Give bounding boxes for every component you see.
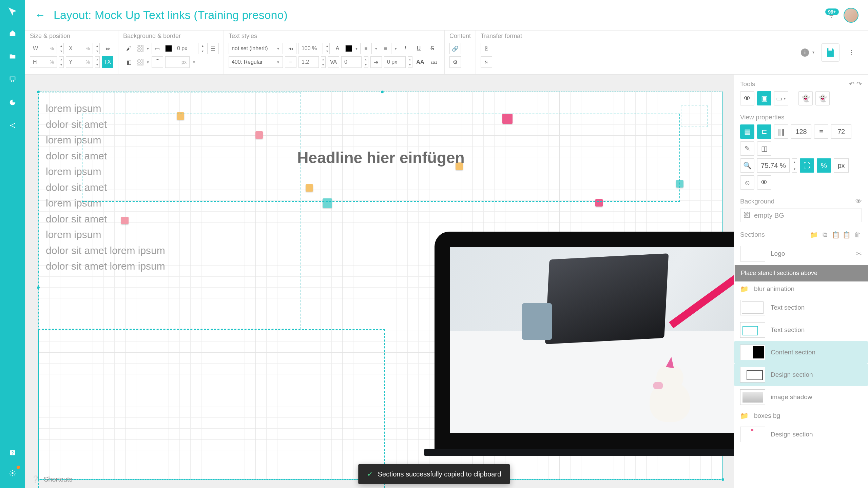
x-input[interactable]: X% (66, 43, 93, 54)
text-style-select[interactable]: not set (inherit)▼ (229, 43, 283, 54)
sections-paste-out-icon[interactable]: 📋 (842, 230, 851, 239)
edit-grid-icon[interactable]: ✎ (740, 141, 754, 156)
text-frame-toggle-icon[interactable]: TX (102, 56, 113, 68)
section-item[interactable]: Logo✂ (734, 242, 868, 265)
preview-icon[interactable]: 👁 (740, 91, 754, 105)
content-section-selected[interactable] (38, 329, 385, 488)
grid-rows-input[interactable]: 72 (831, 124, 851, 139)
unit-percent-icon[interactable]: % (817, 158, 831, 173)
grid-cols-input[interactable]: 128 (791, 124, 811, 139)
nav-help[interactable]: ? (6, 446, 19, 460)
copy-format-icon[interactable]: ⎘ (481, 43, 492, 54)
section-item[interactable]: Content section (734, 341, 868, 364)
align-h-icon[interactable]: ≡ (360, 43, 372, 54)
y-stepper[interactable]: ▲▼ (95, 56, 100, 68)
guides-icon[interactable]: ◫ (757, 141, 771, 156)
section-item[interactable]: Text section (734, 319, 868, 341)
paste-format-icon[interactable]: ⎗ (481, 56, 492, 68)
border-advanced-icon[interactable]: ☰ (207, 43, 219, 54)
uppercase-icon[interactable]: AA (414, 56, 426, 68)
sections-paste-in-icon[interactable]: 📋 (831, 230, 840, 239)
line-height-icon[interactable]: ≡ (285, 56, 296, 68)
letter-spacing-icon[interactable]: VA (328, 56, 339, 68)
settings-icon[interactable]: ⚙ (449, 56, 461, 68)
background-chip[interactable]: 🖼 empty BG (740, 209, 862, 222)
underline-icon[interactable]: U (413, 43, 425, 54)
fill-icon[interactable]: 🖌 (123, 43, 135, 54)
nav-home[interactable] (6, 26, 19, 40)
lock-view-icon[interactable]: ⦸ (740, 175, 754, 190)
text-color-swatch[interactable] (345, 45, 352, 52)
shadow-icon[interactable]: ◧ (123, 56, 135, 68)
undo-icon[interactable]: ↶ (849, 80, 854, 88)
zoom-input[interactable]: 75.74 % (757, 158, 790, 173)
align-horizontal-icon[interactable]: ⇔ (102, 43, 113, 54)
height-input[interactable]: H% (30, 56, 57, 68)
width-stepper[interactable]: ▲▼ (59, 43, 64, 54)
logo-placeholder[interactable] (681, 105, 708, 127)
notifications-button[interactable]: 99+ (827, 11, 835, 19)
slide[interactable]: Headline hier einfügen lorem ipsumdolor … (38, 92, 723, 480)
fit-screen-icon[interactable]: ⛶ (800, 158, 814, 173)
headline-section[interactable]: Headline hier einfügen (82, 114, 680, 202)
sections-copy-icon[interactable]: ⧉ (821, 230, 829, 239)
font-size-input[interactable]: 100 % (298, 43, 323, 54)
width-input[interactable]: W% (30, 43, 57, 54)
bg-visibility-icon[interactable]: 👁 (855, 198, 862, 205)
radius-icon[interactable]: ⌒ (152, 56, 163, 68)
italic-icon[interactable]: I (400, 43, 411, 54)
y-input[interactable]: Y% (66, 56, 93, 68)
crop-tool-icon[interactable]: ▣ (757, 91, 771, 105)
strikethrough-icon[interactable]: S (427, 43, 438, 54)
font-weight-select[interactable]: 400: Regular▼ (229, 56, 283, 68)
radius-input[interactable]: px (165, 56, 190, 68)
more-menu-icon[interactable]: ⋮ (846, 47, 857, 58)
stencil-banner[interactable]: Place stencil sections above▶ (734, 265, 868, 281)
nav-present[interactable] (6, 73, 19, 86)
snap-toggle-icon[interactable]: ⊏ (757, 124, 771, 139)
border-style-icon[interactable]: ▭ (152, 43, 163, 54)
section-group[interactable]: 📁boxes bg (734, 408, 868, 423)
user-avatar[interactable] (844, 8, 859, 23)
shortcuts-bar[interactable]: ❔ Shortcuts (25, 470, 78, 488)
section-group[interactable]: 📁blur animation (734, 281, 868, 296)
border-swatch[interactable] (165, 45, 172, 52)
visibility-icon[interactable]: 👁 (757, 175, 771, 190)
shadow-swatch[interactable] (137, 59, 143, 65)
letter-spacing-input[interactable]: 0 (341, 56, 362, 68)
grid-toggle-icon[interactable]: ▦ (740, 124, 754, 139)
height-stepper[interactable]: ▲▼ (59, 56, 64, 68)
indent-input[interactable]: 0 px (384, 56, 406, 68)
sections-delete-icon[interactable]: 🗑 (853, 230, 862, 239)
zoom-search-icon[interactable]: 🔍 (740, 158, 754, 173)
info-button[interactable]: i▼ (801, 48, 815, 57)
font-size-icon[interactable]: 🗛 (285, 43, 296, 54)
stencil-collapse-tab[interactable]: ▶ (734, 265, 735, 281)
align-v-icon[interactable]: ≡ (380, 43, 391, 54)
text-color-icon[interactable]: A (332, 43, 343, 54)
section-item[interactable]: image shadow (734, 386, 868, 408)
nav-files[interactable] (6, 50, 19, 63)
line-height-input[interactable]: 1.2 (298, 56, 319, 68)
columns-icon[interactable]: ‖‖ (774, 124, 788, 139)
section-item[interactable]: Text section (734, 296, 868, 319)
link-icon[interactable]: 🔗 (449, 43, 461, 54)
ghost-b-icon[interactable]: 👻 (815, 91, 830, 105)
redo-icon[interactable]: ↷ (856, 80, 862, 88)
frame-tool-icon[interactable]: ▭ ▼ (774, 91, 788, 105)
nav-settings[interactable] (6, 466, 19, 480)
canvas[interactable]: Headline hier einfügen lorem ipsumdolor … (25, 75, 734, 488)
section-item[interactable]: Design section (734, 423, 868, 446)
nav-analytics[interactable] (6, 96, 19, 109)
lowercase-icon[interactable]: aa (428, 56, 440, 68)
sections-folder-icon[interactable]: 📁 (810, 230, 818, 239)
unit-px[interactable]: px (834, 158, 849, 173)
section-item[interactable]: Design section (734, 364, 868, 386)
cut-icon[interactable]: ✂ (856, 250, 862, 258)
back-button[interactable]: ← (35, 9, 45, 21)
border-width-input[interactable]: 0 px (174, 43, 198, 54)
save-button[interactable] (821, 43, 840, 62)
fill-swatch[interactable] (137, 45, 143, 52)
nav-share[interactable] (6, 119, 19, 132)
rows-icon[interactable]: ≡ (814, 124, 828, 139)
